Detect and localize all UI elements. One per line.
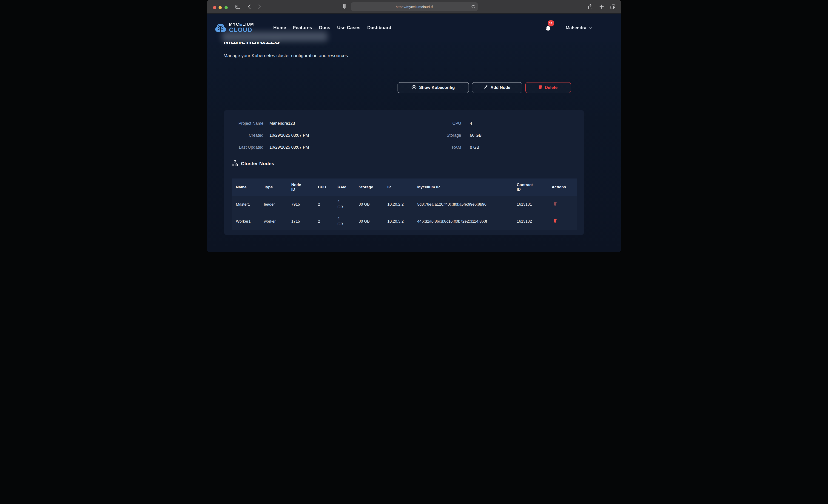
- col-node-id: Node ID: [291, 178, 318, 196]
- cluster-details-card: Project Name Mahendra123 Created 10/29/2…: [224, 110, 584, 235]
- col-cpu: CPU: [318, 178, 338, 196]
- forward-icon[interactable]: [257, 4, 262, 9]
- cell-node-id: 1715: [291, 213, 318, 230]
- eye-icon: [411, 85, 417, 90]
- col-contract-id: Contract ID: [517, 178, 552, 196]
- cluster-info-left: Project Name Mahendra123 Created 10/29/2…: [232, 120, 404, 151]
- cell-type: leader: [264, 196, 291, 213]
- tab-overview-icon[interactable]: [610, 4, 616, 9]
- browser-window: https://myceliumcloud.tf: [207, 0, 621, 252]
- delete-label: Delete: [545, 85, 557, 90]
- privacy-shield-icon[interactable]: [342, 4, 347, 9]
- col-ram: RAM: [338, 178, 359, 196]
- user-name: Mahendra: [566, 25, 586, 30]
- cell-contract-id: 1613131: [517, 196, 552, 213]
- notifications-button[interactable]: 11: [545, 24, 552, 32]
- cluster-nodes-title: Cluster Nodes: [241, 161, 275, 166]
- trash-icon: [553, 220, 557, 223]
- table-row: Master1 leader 7915 2 4 GB 30 GB 10.20.2…: [232, 196, 577, 213]
- network-nodes-icon: [232, 160, 238, 167]
- project-name-value: Mahendra123: [270, 120, 404, 127]
- ram-value: 8 GB: [470, 144, 576, 151]
- created-label: Created: [232, 132, 263, 138]
- show-kubeconfig-button[interactable]: Show Kubeconfig: [398, 82, 469, 93]
- nav-link-use-cases[interactable]: Use Cases: [337, 25, 360, 30]
- created-value: 10/29/2025 03:07 PM: [270, 132, 404, 138]
- navbar-right: 11 Mahendra: [545, 24, 592, 32]
- cell-mycelium-ip: 446:d2a6:8bcd:8c16:ff0f:72e2:3114:863f: [417, 213, 517, 230]
- show-kubeconfig-label: Show Kubeconfig: [419, 85, 455, 90]
- address-bar[interactable]: https://myceliumcloud.tf: [351, 2, 478, 11]
- cell-ram: 4 GB: [338, 213, 359, 230]
- toolbar-right-icons: [588, 4, 616, 9]
- delete-cluster-button[interactable]: Delete: [525, 82, 571, 93]
- col-storage: Storage: [359, 178, 387, 196]
- add-node-button[interactable]: Add Node: [472, 82, 522, 93]
- mycelium-cloud-logo-icon: [214, 22, 227, 34]
- cell-name: Worker1: [232, 213, 264, 230]
- trash-icon: [538, 85, 542, 90]
- cell-ip: 10.20.2.2: [387, 196, 417, 213]
- cluster-info: Project Name Mahendra123 Created 10/29/2…: [232, 120, 576, 151]
- cell-actions: [552, 196, 577, 213]
- main-nav: Home Features Docs Use Cases Dashboard: [273, 25, 391, 30]
- cell-cpu: 2: [318, 196, 338, 213]
- share-icon[interactable]: [588, 4, 593, 9]
- cell-cpu: 2: [318, 213, 338, 230]
- reload-icon[interactable]: [471, 4, 475, 10]
- brand-line-1: MYCELIUM: [229, 22, 254, 27]
- window-zoom-button[interactable]: [224, 6, 228, 9]
- window-minimize-button[interactable]: [218, 6, 222, 9]
- cell-type: worker: [264, 213, 291, 230]
- cell-ram: 4 GB: [338, 196, 359, 213]
- user-menu[interactable]: Mahendra: [566, 25, 592, 30]
- page-content: Mahendra123 Manage your Kubernetes clust…: [207, 13, 621, 252]
- cell-contract-id: 1613132: [517, 213, 552, 230]
- col-type: Type: [264, 178, 291, 196]
- new-tab-icon[interactable]: [599, 4, 605, 9]
- window-close-button[interactable]: [213, 6, 216, 9]
- brand-line-2: CLOUD: [229, 27, 254, 33]
- table-header-row: Name Type Node ID CPU RAM Storage IP Myc…: [232, 178, 577, 196]
- col-mycelium-ip: Mycelium IP: [417, 178, 517, 196]
- col-ip: IP: [387, 178, 417, 196]
- cluster-nodes-heading: Cluster Nodes: [232, 160, 576, 167]
- cell-mycelium-ip: 5d8:78ea:a120:f40c:ff0f:a5fe:99e6:8b96: [417, 196, 517, 213]
- col-actions: Actions: [552, 178, 577, 196]
- last-updated-value: 10/29/2025 03:07 PM: [270, 144, 404, 151]
- delete-node-button[interactable]: [552, 219, 557, 223]
- cell-ip: 10.20.3.2: [387, 213, 417, 230]
- cluster-actions: Show Kubeconfig Add Node Delete: [398, 82, 571, 93]
- brand-logo[interactable]: MYCELIUM CLOUD: [214, 22, 254, 34]
- add-node-label: Add Node: [490, 85, 510, 90]
- cell-node-id: 7915: [291, 196, 318, 213]
- cell-actions: [552, 213, 577, 230]
- browser-toolbar: https://myceliumcloud.tf: [207, 0, 621, 13]
- table-row: Worker1 worker 1715 2 4 GB 30 GB 10.20.3…: [232, 213, 577, 230]
- cpu-label: CPU: [404, 120, 461, 127]
- cell-storage: 30 GB: [359, 213, 387, 230]
- cpu-value: 4: [470, 120, 576, 127]
- brand-wordmark: MYCELIUM CLOUD: [229, 22, 254, 33]
- chevron-down-icon: [589, 26, 592, 30]
- storage-label: Storage: [404, 132, 461, 138]
- col-name: Name: [232, 178, 264, 196]
- nav-link-docs[interactable]: Docs: [319, 25, 330, 30]
- last-updated-label: Last Updated: [232, 144, 263, 151]
- project-name-label: Project Name: [232, 120, 263, 127]
- nav-link-dashboard[interactable]: Dashboard: [367, 25, 391, 30]
- ram-label: RAM: [404, 144, 461, 151]
- trash-icon: [553, 203, 557, 207]
- back-icon[interactable]: [247, 4, 252, 9]
- delete-node-button[interactable]: [552, 202, 557, 206]
- storage-value: 60 GB: [470, 132, 576, 138]
- page-subtitle: Manage your Kubernetes cluster configura…: [223, 53, 348, 58]
- cell-storage: 30 GB: [359, 196, 387, 213]
- sidebar-toggle-icon[interactable]: [235, 4, 241, 9]
- url-text: https://myceliumcloud.tf: [396, 5, 433, 9]
- nav-link-features[interactable]: Features: [293, 25, 312, 30]
- pencil-icon: [484, 85, 488, 90]
- navbar: MYCELIUM CLOUD Home Features Docs Use Ca…: [207, 13, 621, 42]
- cluster-nodes-table: Name Type Node ID CPU RAM Storage IP Myc…: [232, 178, 577, 230]
- nav-link-home[interactable]: Home: [273, 25, 286, 30]
